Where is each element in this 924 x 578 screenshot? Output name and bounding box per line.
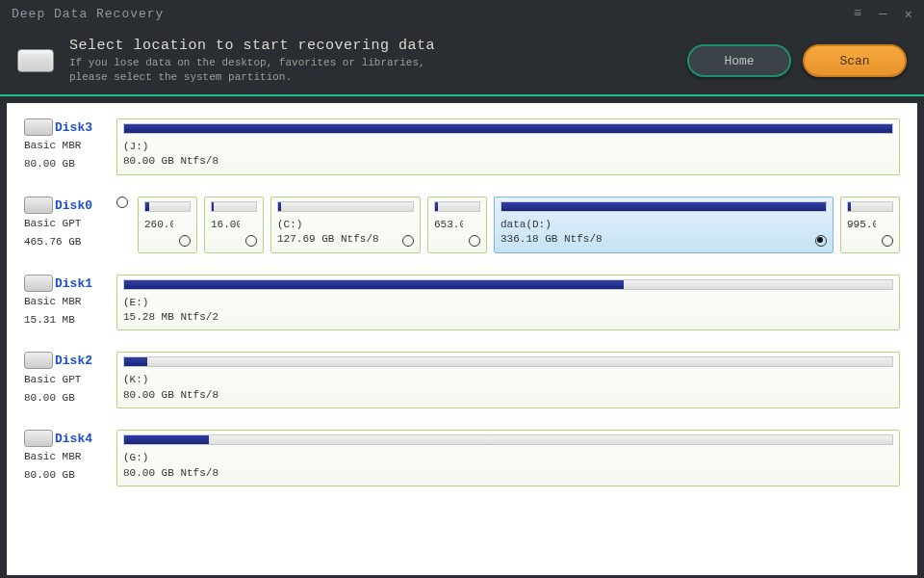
divider xyxy=(0,94,924,96)
disk-name: Disk4 xyxy=(55,432,92,446)
disk-name: Disk2 xyxy=(55,355,92,369)
disk-size: 80.00 GB xyxy=(24,468,107,484)
disk-icon xyxy=(24,118,53,136)
disk-name: Disk1 xyxy=(55,276,92,291)
disk-info: Disk2Basic GPT80.00 GB xyxy=(24,352,107,406)
partition-size: 127.69 GB Ntfs/8 xyxy=(277,232,414,247)
disk-name: Disk3 xyxy=(55,120,92,135)
partition[interactable]: 16.00 M. xyxy=(204,197,264,253)
partition-radio[interactable] xyxy=(402,235,414,247)
usage-bar-fill xyxy=(124,124,892,133)
header: Select location to start recovering data… xyxy=(0,27,924,94)
partition[interactable]: (E:)15.28 MB Ntfs/2 xyxy=(116,275,900,331)
usage-bar-fill xyxy=(848,202,851,211)
partition-size: 15.28 MB Ntfs/2 xyxy=(123,310,893,325)
partition[interactable]: data(D:)336.18 GB Ntfs/8 xyxy=(494,197,834,253)
usage-bar xyxy=(847,201,893,212)
usage-bar-fill xyxy=(124,357,147,366)
partition-label: (G:) xyxy=(123,451,893,465)
usage-bar xyxy=(144,201,191,212)
partition-label: (E:) xyxy=(123,296,893,310)
partition-label: data(D:) xyxy=(500,218,827,232)
partition[interactable]: (C:)127.69 GB Ntfs/8 xyxy=(270,197,421,253)
partition[interactable]: (J:)80.00 GB Ntfs/8 xyxy=(116,118,900,175)
partition-list: (E:)15.28 MB Ntfs/2 xyxy=(116,275,900,331)
partition-size: 653.00 . xyxy=(434,218,480,232)
disk-icon xyxy=(24,275,53,292)
close-icon[interactable]: ✕ xyxy=(905,6,912,22)
disk-row: Disk3Basic MBR80.00 GB(J:)80.00 GB Ntfs/… xyxy=(24,118,900,175)
disk-row: Disk0Basic GPT465.76 GB260.00 .16.00 M.(… xyxy=(24,197,900,253)
partition-size: 995.00 . xyxy=(847,218,893,232)
disk-size: 80.00 GB xyxy=(24,157,107,172)
disk-row: Disk2Basic GPT80.00 GB(K:)80.00 GB Ntfs/… xyxy=(24,352,900,408)
disk-scheme: Basic MBR xyxy=(24,450,107,465)
app-title: Deep Data Recovery xyxy=(12,7,164,21)
partition-label: (J:) xyxy=(123,140,893,154)
usage-bar-fill xyxy=(212,202,214,211)
usage-bar xyxy=(500,201,827,212)
partition-list: 260.00 .16.00 M.(C:)127.69 GB Ntfs/8653.… xyxy=(138,197,900,253)
partition-size: 16.00 M. xyxy=(211,218,257,232)
partition-radio[interactable] xyxy=(179,235,191,247)
usage-bar-fill xyxy=(278,202,281,211)
partition[interactable]: 995.00 . xyxy=(840,197,900,253)
usage-bar xyxy=(123,356,893,367)
usage-bar xyxy=(123,279,893,290)
usage-bar xyxy=(434,201,480,212)
disk-info: Disk4Basic MBR80.00 GB xyxy=(24,430,107,484)
disk-icon xyxy=(24,352,53,369)
usage-bar-fill xyxy=(124,280,624,289)
header-text: Select location to start recovering data… xyxy=(69,38,672,85)
disk-name: Disk0 xyxy=(55,198,92,213)
disk-info: Disk3Basic MBR80.00 GB xyxy=(24,118,107,172)
partition-size: 336.18 GB Ntfs/8 xyxy=(500,232,827,247)
partition[interactable]: 653.00 . xyxy=(427,197,487,253)
partition-radio[interactable] xyxy=(815,235,827,247)
partition[interactable]: (G:)80.00 GB Ntfs/8 xyxy=(116,430,900,486)
minimize-icon[interactable]: — xyxy=(879,6,886,21)
disk-info: Disk0Basic GPT465.76 GB xyxy=(24,197,107,250)
partition-list: (J:)80.00 GB Ntfs/8 xyxy=(116,118,900,175)
disk-scheme: Basic MBR xyxy=(24,139,107,154)
partition[interactable]: (K:)80.00 GB Ntfs/8 xyxy=(116,352,900,408)
window-controls: ≡ — ✕ xyxy=(854,6,912,22)
disk-icon xyxy=(24,430,53,447)
partition-radio[interactable] xyxy=(882,235,893,247)
disk-list: Disk3Basic MBR80.00 GB(J:)80.00 GB Ntfs/… xyxy=(7,103,917,575)
disk-row: Disk1Basic MBR15.31 MB(E:)15.28 MB Ntfs/… xyxy=(24,275,900,331)
disk-scheme: Basic GPT xyxy=(24,373,107,388)
usage-bar xyxy=(123,434,893,445)
drive-icon xyxy=(17,49,54,72)
usage-bar-fill xyxy=(145,202,149,211)
usage-bar xyxy=(123,123,893,134)
disk-size: 15.31 MB xyxy=(24,313,107,328)
disk-radio[interactable] xyxy=(116,197,128,212)
usage-bar-fill xyxy=(124,435,209,444)
disk-info: Disk1Basic MBR15.31 MB xyxy=(24,275,107,328)
usage-bar-fill xyxy=(501,202,826,211)
disk-row: Disk4Basic MBR80.00 GB(G:)80.00 GB Ntfs/… xyxy=(24,430,900,486)
partition-size: 260.00 . xyxy=(144,218,191,232)
disk-scheme: Basic GPT xyxy=(24,217,107,232)
disk-size: 465.76 GB xyxy=(24,235,107,250)
home-button[interactable]: Home xyxy=(687,44,791,77)
partition[interactable]: 260.00 . xyxy=(138,197,197,253)
partition-size: 80.00 GB Ntfs/8 xyxy=(123,388,893,403)
disk-size: 80.00 GB xyxy=(24,391,107,407)
menu-icon[interactable]: ≡ xyxy=(854,6,861,21)
partition-size: 80.00 GB Ntfs/8 xyxy=(123,154,893,169)
page-title: Select location to start recovering data xyxy=(69,38,672,54)
partition-radio[interactable] xyxy=(245,235,257,247)
partition-label: (K:) xyxy=(123,373,893,387)
partition-list: (K:)80.00 GB Ntfs/8 xyxy=(116,352,900,408)
page-subtitle: If you lose data on the desktop, favorit… xyxy=(69,56,672,85)
scan-button[interactable]: Scan xyxy=(803,44,907,77)
titlebar: Deep Data Recovery ≡ — ✕ xyxy=(0,0,924,27)
partition-radio[interactable] xyxy=(469,235,480,247)
header-buttons: Home Scan xyxy=(687,44,907,77)
partition-label: (C:) xyxy=(277,218,414,232)
disk-icon xyxy=(24,197,53,214)
partition-list: (G:)80.00 GB Ntfs/8 xyxy=(116,430,900,486)
disk-scheme: Basic MBR xyxy=(24,295,107,310)
